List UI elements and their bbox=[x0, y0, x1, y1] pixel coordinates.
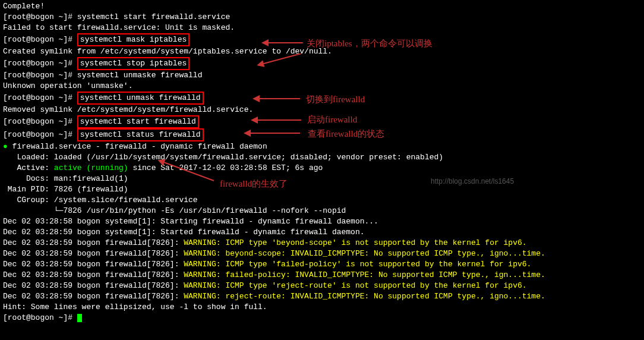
prompt-line[interactable]: [root@bogon ~]# bbox=[3, 313, 641, 323]
terminal-line: Loaded: loaded (/usr/lib/systemd/system/… bbox=[3, 152, 641, 163]
watermark: http://blog.csdn.net/ls1645 bbox=[431, 176, 514, 187]
terminal-line: Active: active (running) since Sat 2017-… bbox=[3, 163, 641, 174]
prompt: [root@bogon ~]# bbox=[3, 117, 77, 126]
prompt: [root@bogon ~]# bbox=[3, 313, 77, 322]
terminal-line: CGroup: /system.slice/firewalld.service bbox=[3, 195, 641, 206]
prompt: [root@bogon ~]# bbox=[3, 93, 77, 102]
highlighted-command: systemctl stop iptables bbox=[77, 57, 190, 70]
log-line: Dec 02 03:28:59 bogon firewalld[7826]: W… bbox=[3, 248, 641, 259]
warning-text: WARNING: failed-policy: INVALID_ICMPTYPE… bbox=[184, 270, 545, 279]
command: systemctl unmaske firewalld bbox=[77, 71, 203, 80]
warning-text: WARNING: ICMP type 'failed-policy' is no… bbox=[184, 260, 531, 269]
terminal-line: [root@bogon ~]# systemctl start firewall… bbox=[3, 12, 641, 23]
terminal-line: Hint: Some lines were ellipsized, use -l… bbox=[3, 302, 641, 313]
log-line: Dec 02 03:28:59 bogon systemd[1]: Starte… bbox=[3, 227, 641, 238]
prompt: [root@bogon ~]# bbox=[3, 71, 77, 80]
log-line: Dec 02 03:28:59 bogon firewalld[7826]: W… bbox=[3, 291, 641, 302]
log-prefix: Dec 02 03:28:59 bogon firewalld[7826]: bbox=[3, 238, 184, 247]
status-dot-icon: ● bbox=[3, 142, 8, 151]
annotation-firewalld-active: firewalld的生效了 bbox=[220, 178, 288, 189]
highlighted-command: systemctl status firewalld bbox=[77, 128, 204, 141]
log-line: Dec 02 03:28:59 bogon firewalld[7826]: W… bbox=[3, 238, 641, 248]
cursor-icon bbox=[77, 314, 82, 322]
warning-text: WARNING: reject-route: INVALID_ICMPTYPE:… bbox=[184, 292, 545, 301]
annotation-status-firewalld: 查看firewalld的状态 bbox=[308, 128, 384, 139]
log-prefix: Dec 02 03:28:59 bogon firewalld[7826]: bbox=[3, 249, 184, 258]
terminal-line: Unknown operation 'unmaske'. bbox=[3, 81, 641, 92]
terminal-line: └─7826 /usr/bin/python -Es /usr/sbin/fir… bbox=[3, 206, 641, 216]
log-prefix: Dec 02 03:28:59 bogon firewalld[7826]: bbox=[3, 270, 184, 279]
log-line: Dec 02 03:28:59 bogon firewalld[7826]: W… bbox=[3, 270, 641, 281]
annotation-start-firewalld: 启动firewalld bbox=[307, 114, 357, 125]
highlighted-command: systemctl start firewalld bbox=[77, 115, 199, 128]
status-text: firewalld.service - firewalld - dynamic … bbox=[8, 142, 267, 151]
command: systemctl start firewalld.service bbox=[77, 12, 230, 21]
annotation-close-iptables: 关闭iptables，两个命令可以调换 bbox=[307, 38, 433, 49]
warning-text: WARNING: ICMP type 'reject-route' is not… bbox=[184, 281, 526, 290]
prompt: [root@bogon ~]# bbox=[3, 35, 77, 44]
active-time: since Sat 2017-12-02 03:28:58 EST; 6s ag… bbox=[128, 163, 323, 172]
highlighted-command: systemctl unmask firewalld bbox=[77, 92, 204, 105]
prompt: [root@bogon ~]# bbox=[3, 12, 77, 21]
log-line: Dec 02 03:28:59 bogon firewalld[7826]: W… bbox=[3, 259, 641, 270]
annotation-switch-firewalld: 切换到firewalld bbox=[306, 94, 365, 105]
highlighted-command: systemctl mask iptables bbox=[77, 33, 190, 46]
status-line: ● firewalld.service - firewalld - dynami… bbox=[3, 141, 641, 152]
log-line: Dec 02 03:28:58 bogon systemd[1]: Starti… bbox=[3, 216, 641, 227]
log-prefix: Dec 02 03:28:59 bogon firewalld[7826]: bbox=[3, 292, 184, 301]
terminal-line: Docs: man:firewalld(1) bbox=[3, 174, 641, 184]
log-prefix: Dec 02 03:28:59 bogon firewalld[7826]: bbox=[3, 260, 184, 269]
terminal-line: Complete! bbox=[3, 1, 641, 12]
warning-text: WARNING: beyond-scope: INVALID_ICMPTYPE:… bbox=[184, 249, 545, 258]
log-line: Dec 02 03:28:59 bogon firewalld[7826]: W… bbox=[3, 281, 641, 291]
terminal-line: Main PID: 7826 (firewalld) bbox=[3, 184, 641, 195]
terminal-line: [root@bogon ~]# systemctl unmaske firewa… bbox=[3, 70, 641, 81]
terminal-line: Failed to start firewalld.service: Unit … bbox=[3, 23, 641, 33]
prompt: [root@bogon ~]# bbox=[3, 130, 77, 139]
warning-text: WARNING: ICMP type 'beyond-scope' is not… bbox=[184, 238, 526, 247]
terminal-line: [root@bogon ~]# systemctl stop iptables bbox=[3, 57, 641, 70]
prompt: [root@bogon ~]# bbox=[3, 59, 77, 68]
active-status: active (running) bbox=[54, 163, 128, 172]
log-prefix: Dec 02 03:28:59 bogon firewalld[7826]: bbox=[3, 281, 184, 290]
active-label: Active: bbox=[3, 163, 54, 172]
